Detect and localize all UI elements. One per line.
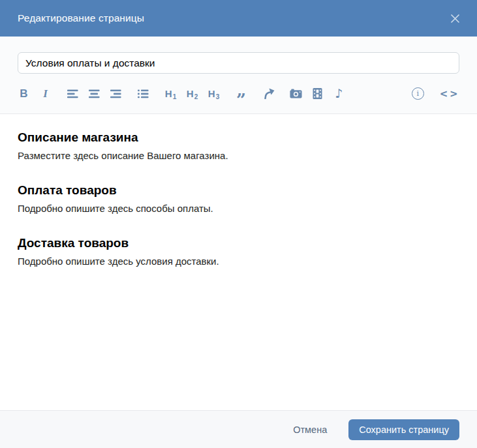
page-title-input[interactable] <box>18 52 459 74</box>
save-page-button[interactable]: Сохранить страницу <box>348 419 459 440</box>
bullet-list-button[interactable] <box>137 87 149 101</box>
info-icon: i <box>417 90 420 97</box>
link-arrow-icon <box>263 88 275 99</box>
modal-header: Редактирование страницы <box>0 0 477 37</box>
section-heading: Оплата товаров <box>18 183 459 198</box>
align-left-icon <box>67 89 78 98</box>
heading3-button[interactable]: H3 <box>208 87 220 101</box>
blockquote-button[interactable]: ” <box>235 87 247 101</box>
italic-icon: I <box>43 87 48 100</box>
content-section: Описание магазина Разместите здесь описа… <box>18 130 459 162</box>
film-icon <box>313 87 322 100</box>
section-text: Подробно опишите здесь способы оплаты. <box>18 202 459 215</box>
section-heading: Доставка товаров <box>18 236 459 250</box>
bold-button[interactable]: B <box>18 87 30 101</box>
modal-footer: Отмена Сохранить страницу <box>0 410 477 448</box>
align-center-icon <box>89 89 100 98</box>
photo-button[interactable] <box>290 87 302 101</box>
heading1-icon: H1 <box>165 88 176 99</box>
heading2-button[interactable]: H2 <box>186 87 198 101</box>
code-icon: <> <box>440 88 459 100</box>
section-text: Подробно опишите здесь условия доставки. <box>18 255 459 268</box>
section-text: Разместите здесь описание Вашего магазин… <box>18 149 459 162</box>
code-view-button[interactable]: <> <box>440 88 459 100</box>
link-button[interactable] <box>262 87 275 101</box>
edit-page-modal: Редактирование страницы B I <box>0 0 477 448</box>
formatting-toolbar: B I <box>18 74 459 113</box>
align-center-button[interactable] <box>88 87 100 101</box>
bold-icon: B <box>20 87 27 100</box>
heading1-button[interactable]: H1 <box>164 87 177 101</box>
heading2-icon: H2 <box>187 88 198 99</box>
align-right-icon <box>110 89 121 98</box>
align-left-button[interactable] <box>67 87 79 101</box>
music-note-icon: ♪ <box>335 87 343 100</box>
content-section: Доставка товаров Подробно опишите здесь … <box>18 236 459 268</box>
editor-top-panel: B I <box>0 37 477 114</box>
italic-button[interactable]: I <box>39 87 52 101</box>
heading3-icon: H3 <box>208 88 219 99</box>
info-button[interactable]: i <box>412 87 424 100</box>
cancel-button[interactable]: Отмена <box>293 425 327 435</box>
close-button[interactable] <box>447 10 463 26</box>
music-button[interactable]: ♪ <box>333 87 345 101</box>
video-button[interactable] <box>311 87 324 101</box>
section-heading: Описание магазина <box>18 130 459 145</box>
content-section: Оплата товаров Подробно опишите здесь сп… <box>18 183 459 215</box>
bullet-list-icon <box>138 89 149 98</box>
modal-title: Редактирование страницы <box>18 12 144 24</box>
align-right-button[interactable] <box>110 87 122 101</box>
page-content-editor[interactable]: Описание магазина Разместите здесь описа… <box>0 114 477 410</box>
close-icon <box>450 13 461 24</box>
camera-icon <box>290 88 302 99</box>
toolbar-right-group: i <> <box>412 87 459 100</box>
